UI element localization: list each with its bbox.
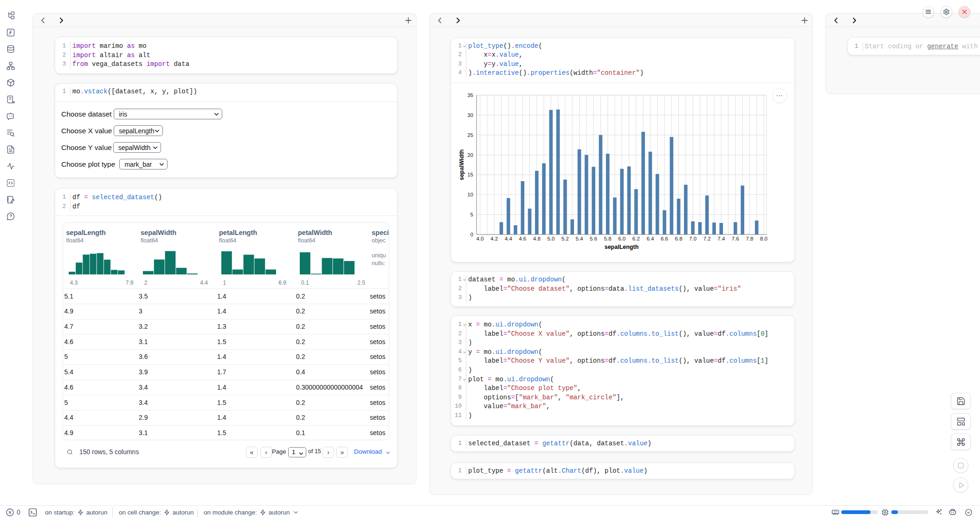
svg-text:5.2: 5.2 [561, 236, 569, 241]
svg-text:5.0: 5.0 [547, 236, 554, 241]
svg-text:8.0: 8.0 [760, 236, 767, 241]
svg-text:4.6: 4.6 [519, 236, 526, 241]
svg-text:6.2: 6.2 [632, 236, 640, 241]
svg-text:7.4: 7.4 [717, 236, 725, 241]
svg-text:5.8: 5.8 [604, 236, 612, 241]
svg-text:6.6: 6.6 [661, 236, 668, 241]
svg-text:25: 25 [467, 132, 473, 137]
svg-text:5.4: 5.4 [576, 236, 584, 241]
svg-text:4.2: 4.2 [490, 236, 498, 241]
svg-text:4.8: 4.8 [533, 236, 541, 241]
svg-text:6.4: 6.4 [646, 236, 654, 241]
svg-text:35: 35 [467, 92, 473, 98]
svg-text:6.0: 6.0 [618, 236, 625, 241]
svg-text:6.8: 6.8 [675, 236, 683, 241]
svg-text:4.0: 4.0 [477, 236, 484, 241]
svg-text:5: 5 [471, 212, 473, 217]
svg-text:10: 10 [467, 192, 473, 197]
svg-text:0: 0 [471, 232, 473, 237]
svg-text:4.4: 4.4 [505, 236, 513, 241]
svg-text:7.2: 7.2 [703, 236, 711, 241]
svg-text:7.0: 7.0 [689, 236, 696, 241]
svg-text:15: 15 [467, 172, 473, 177]
svg-text:sepalLength: sepalLength [605, 244, 639, 250]
svg-text:5.6: 5.6 [590, 236, 597, 241]
svg-text:7.8: 7.8 [746, 236, 753, 241]
svg-text:20: 20 [467, 152, 473, 157]
svg-text:7.6: 7.6 [732, 236, 739, 241]
svg-text:sepalWidth: sepalWidth [458, 149, 465, 180]
svg-text:30: 30 [467, 112, 473, 117]
